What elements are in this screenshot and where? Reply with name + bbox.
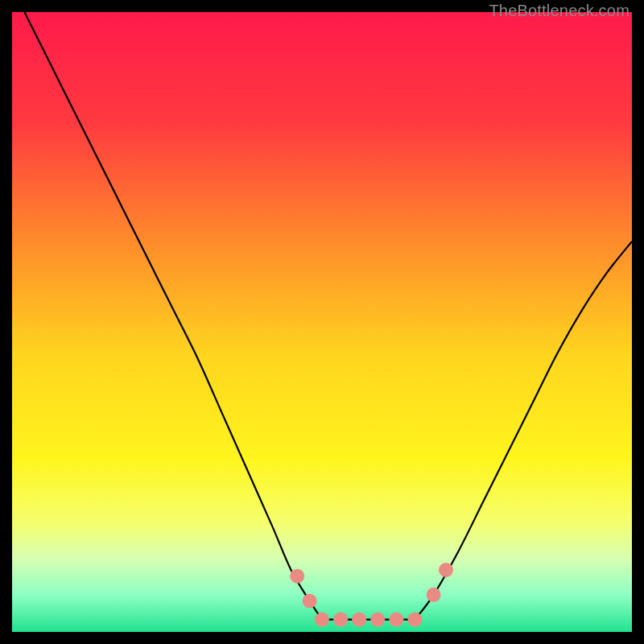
marker-dot-7 [408, 613, 423, 627]
marker-dot-0 [290, 569, 304, 584]
chart-svg [12, 12, 632, 632]
marker-dot-9 [439, 563, 453, 577]
marker-dot-4 [352, 613, 366, 627]
chart-frame [12, 12, 632, 632]
marker-dot-1 [303, 594, 317, 609]
marker-dot-8 [427, 588, 441, 602]
watermark-text: TheBottleneck.com [489, 2, 630, 20]
marker-dot-5 [370, 613, 385, 627]
marker-dot-2 [315, 613, 329, 627]
chart-background [12, 12, 632, 632]
marker-dot-3 [333, 613, 348, 627]
marker-dot-6 [389, 613, 403, 627]
